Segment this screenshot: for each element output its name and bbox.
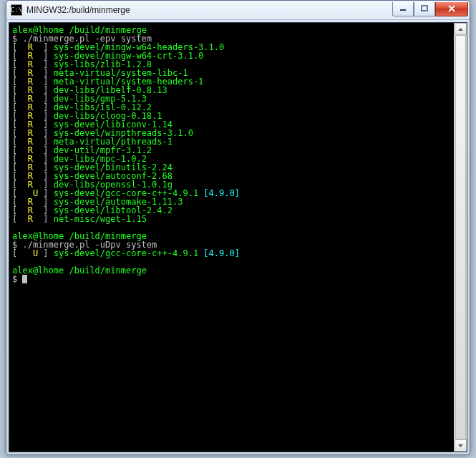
minimize-button[interactable] xyxy=(392,2,414,16)
prompt-line: alex@lhome /build/minmerge xyxy=(12,266,452,275)
terminal-output[interactable]: alex@lhome /build/minmerge$ ./minmerge.p… xyxy=(9,23,455,452)
maximize-button[interactable] xyxy=(414,2,435,16)
svg-marker-3 xyxy=(458,444,463,447)
window-buttons xyxy=(392,2,468,16)
package-line: [ R ] net-misc/wget-1.15 xyxy=(12,215,452,223)
window-title: MINGW32:/build/minmerge xyxy=(26,5,392,15)
scroll-up-button[interactable] xyxy=(455,23,467,35)
svg-rect-1 xyxy=(422,6,427,11)
cursor-line[interactable]: $ xyxy=(12,275,452,283)
cursor xyxy=(22,275,27,283)
scroll-thumb[interactable] xyxy=(455,35,466,439)
close-button[interactable] xyxy=(435,2,468,16)
package-line: [ U ] sys-devel/gcc-core-c++-4.9.1 [4.9.… xyxy=(12,249,452,258)
svg-rect-0 xyxy=(400,9,406,11)
scrollbar[interactable] xyxy=(454,23,467,452)
terminal-client: alex@lhome /build/minmerge$ ./minmerge.p… xyxy=(9,22,467,452)
scroll-track[interactable] xyxy=(455,35,467,439)
titlebar[interactable]: C:\ MINGW32:/build/minmerge xyxy=(6,1,470,20)
svg-marker-2 xyxy=(458,28,463,31)
window: C:\ MINGW32:/build/minmerge alex@lhome /… xyxy=(6,0,470,455)
app-icon: C:\ xyxy=(11,4,22,16)
scroll-down-button[interactable] xyxy=(455,439,467,452)
